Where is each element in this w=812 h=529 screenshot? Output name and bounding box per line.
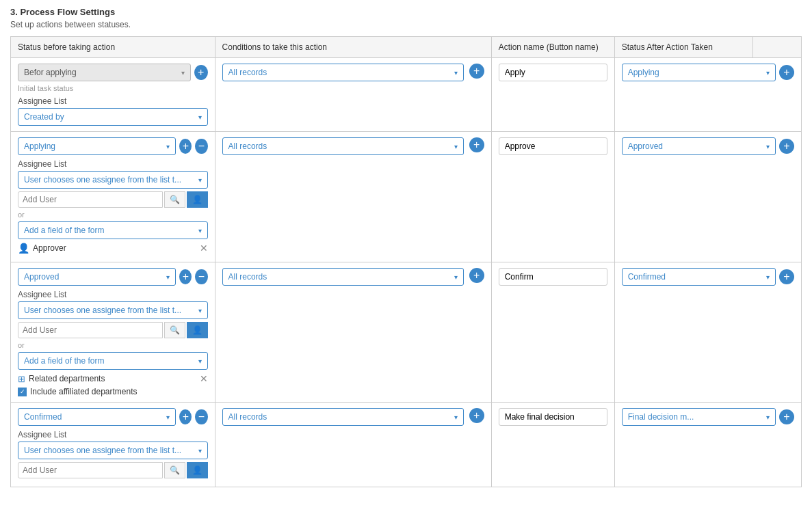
browse-user-btn-4[interactable]: 👤 [187,462,208,478]
browse-user-btn-2[interactable]: 👤 [187,191,208,208]
chevron-down-icon: ▾ [766,273,770,281]
chevron-down-icon: ▾ [166,273,170,281]
add-user-input-3[interactable] [18,322,163,338]
remove-assignee-btn-3[interactable]: ✕ [200,373,208,384]
header-status-after: Status After Action Taken [614,37,752,58]
add-status-btn-2[interactable]: + [179,139,192,154]
person-icon: 👤 [18,243,29,254]
header-action-name: Action name (Button name) [491,37,614,58]
assignee-label-4: Assignee List [18,430,208,439]
page-title: 3. Process Flow Settings [10,7,802,17]
add-condition-btn-2[interactable]: + [469,137,484,152]
or-label-3: or [18,341,208,349]
search-user-btn-4[interactable]: 🔍 [164,462,185,478]
remove-assignee-btn-2[interactable]: ✕ [200,243,208,254]
affiliated-checkbox-row: Include affiliated departments [18,387,208,396]
status-after-dropdown-2[interactable]: Approved ▾ [622,137,776,155]
assignee-dropdown-3[interactable]: User chooses one assignee from the list … [18,301,208,319]
search-user-btn-3[interactable]: 🔍 [164,322,185,338]
action-name-input-2[interactable] [499,137,607,155]
assignee-dropdown-2[interactable]: User chooses one assignee from the list … [18,171,208,189]
chevron-down-icon: ▾ [766,69,770,77]
assignee-label-1: Assignee List [18,96,208,106]
assignee-dropdown-1[interactable]: Created by ▾ [18,108,208,126]
add-condition-btn-3[interactable]: + [469,268,484,283]
add-status-after-btn-4[interactable]: + [779,409,794,424]
chevron-down-icon: ▾ [181,69,185,77]
remove-status-btn-2[interactable]: − [195,139,207,154]
chevron-down-icon: ▾ [198,357,202,365]
status-before-dropdown-3[interactable]: Approved ▾ [18,268,176,286]
add-status-btn-4[interactable]: + [179,409,192,424]
assignee-label-2: Assignee List [18,159,208,169]
add-user-input-4[interactable] [18,462,163,478]
chevron-down-icon: ▾ [198,176,202,184]
chevron-down-icon: ▾ [198,447,202,455]
conditions-dropdown-2[interactable]: All records ▾ [222,137,464,155]
conditions-dropdown-1[interactable]: All records ▾ [222,64,464,81]
add-condition-btn-1[interactable]: + [469,64,484,79]
dept-icon: ⊞ [18,374,25,384]
chevron-down-icon: ▾ [454,413,458,421]
assignee-label-3: Assignee List [18,290,208,299]
add-status-after-btn-2[interactable]: + [779,139,794,154]
field-dropdown-3[interactable]: Add a field of the form ▾ [18,352,208,370]
add-status-after-btn-1[interactable]: + [779,65,794,80]
chevron-down-icon: ▾ [198,307,202,314]
include-affiliated-checkbox[interactable] [18,388,27,396]
status-after-dropdown-3[interactable]: Confirmed ▾ [622,268,776,286]
add-status-btn-1[interactable]: + [194,65,208,80]
conditions-dropdown-4[interactable]: All records ▾ [222,408,464,426]
remove-status-btn-3[interactable]: − [195,269,207,284]
chevron-down-icon: ▾ [166,143,170,150]
initial-task-label: Initial task status [18,84,208,92]
field-dropdown-2[interactable]: Add a field of the form ▾ [18,221,208,239]
status-before-dropdown-4[interactable]: Confirmed ▾ [18,408,176,426]
conditions-dropdown-3[interactable]: All records ▾ [222,268,464,286]
status-after-dropdown-1[interactable]: Applying ▾ [622,64,776,81]
action-name-input-4[interactable] [499,408,607,426]
page-subtitle: Set up actions between statuses. [10,20,802,29]
search-user-btn-2[interactable]: 🔍 [164,191,185,208]
browse-user-btn-3[interactable]: 👤 [187,322,208,338]
chevron-down-icon: ▾ [454,69,458,77]
chevron-down-icon: ▾ [766,143,770,150]
list-item: ⊞ Related departments ✕ [18,373,208,384]
add-user-input-2[interactable] [18,191,163,208]
chevron-down-icon: ▾ [454,143,458,150]
add-status-after-btn-3[interactable]: + [779,269,794,284]
status-after-dropdown-4[interactable]: Final decision m... ▾ [622,408,776,426]
chevron-down-icon: ▾ [766,413,770,421]
chevron-down-icon: ▾ [198,227,202,234]
chevron-down-icon: ▾ [454,273,458,281]
add-status-btn-3[interactable]: + [179,269,192,284]
chevron-down-icon: ▾ [198,113,202,121]
header-conditions: Conditions to take this action [215,37,491,58]
status-before-dropdown-1[interactable]: Befor applying ▾ [18,64,191,81]
action-name-input-3[interactable] [499,268,607,286]
header-status-before: Status before taking action [11,37,215,58]
or-label-2: or [18,211,208,219]
add-condition-btn-4[interactable]: + [469,408,484,423]
assignee-dropdown-4[interactable]: User chooses one assignee from the list … [18,442,208,459]
action-name-input-1[interactable] [499,64,607,81]
status-before-dropdown-2[interactable]: Applying ▾ [18,137,176,155]
list-item: 👤 Approver ✕ [18,243,208,254]
chevron-down-icon: ▾ [166,413,170,421]
remove-status-btn-4[interactable]: − [195,409,207,424]
